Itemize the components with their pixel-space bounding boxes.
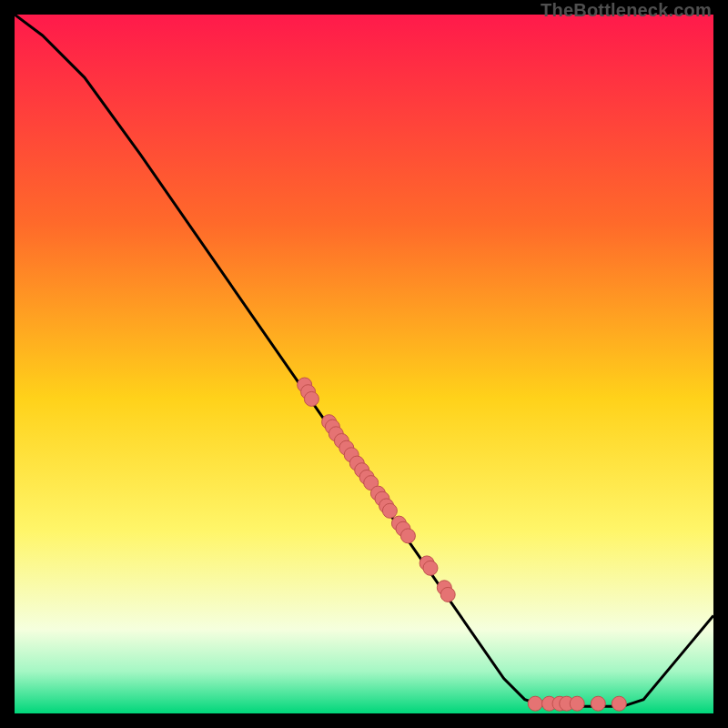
watermark-text: TheBottleneck.com [541, 0, 712, 21]
scatter-dot [570, 696, 584, 711]
scatter-dot [612, 696, 626, 711]
scatter-dot [528, 696, 542, 711]
scatter-dot [382, 503, 397, 518]
stage: TheBottleneck.com [0, 0, 728, 728]
scatter-dots [298, 378, 627, 711]
scatter-dot [304, 391, 318, 406]
bottleneck-curve [15, 15, 713, 706]
chart-svg [15, 15, 713, 713]
scatter-dot [591, 696, 605, 711]
scatter-dot [400, 529, 415, 543]
plot-area [15, 15, 713, 713]
scatter-dot [423, 561, 438, 575]
scatter-dot [440, 587, 455, 602]
